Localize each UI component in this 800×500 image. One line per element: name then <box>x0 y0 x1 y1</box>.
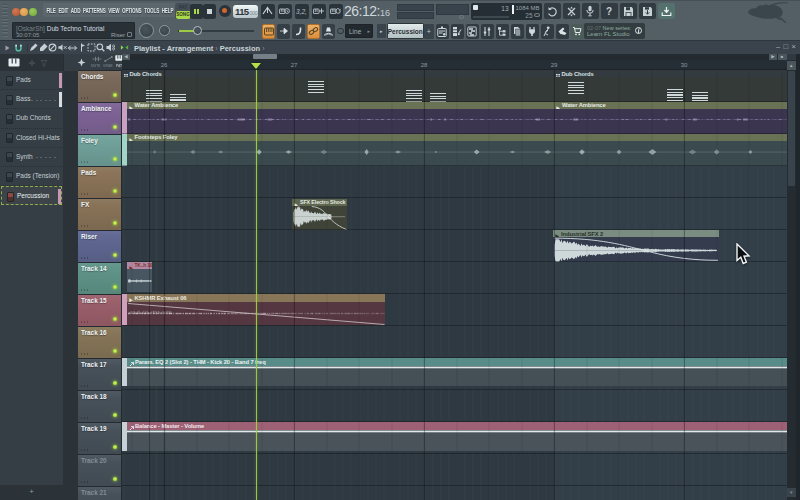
mute-tool[interactable] <box>58 42 67 53</box>
maximize-button[interactable]: □ <box>784 42 789 51</box>
audio-clip-sfx-electro-shock[interactable]: SFX Electro Shock <box>292 199 347 230</box>
track-enable-led[interactable] <box>113 477 117 481</box>
typing-keyboard-button[interactable] <box>262 24 275 39</box>
playhead-marker[interactable] <box>251 63 261 69</box>
picker-plus-ghost-icon[interactable] <box>28 59 36 67</box>
track-header-riser[interactable]: Riser <box>78 231 121 262</box>
window-grip[interactable] <box>2 4 8 38</box>
save-new-version-button[interactable] <box>639 3 656 19</box>
breadcrumb-child[interactable]: Percussion <box>220 44 260 53</box>
menu-file[interactable]: FILE <box>45 7 57 14</box>
track-header-track-18[interactable]: Track 18 <box>78 391 121 422</box>
pattern-selector[interactable]: Percussion : <box>387 23 425 39</box>
automation-filter-icon[interactable] <box>104 56 113 62</box>
add-track-button[interactable] <box>77 58 86 67</box>
menu-help[interactable]: HELP <box>160 7 174 14</box>
wait-for-input-button[interactable] <box>278 4 292 19</box>
touch-controller-button[interactable] <box>322 24 335 39</box>
multicore-button[interactable] <box>29 8 37 16</box>
pattern-add-button[interactable]: + <box>424 24 434 39</box>
news-panel[interactable]: 02-07 New series: Learn FL Studio <box>584 23 645 39</box>
touch-button[interactable] <box>556 24 569 39</box>
countdown-button[interactable]: 3,2, <box>295 4 309 19</box>
plugin-button[interactable] <box>526 24 539 39</box>
track-enable-led[interactable] <box>113 125 117 129</box>
time-display[interactable]: 26:12: 16 . . . <box>344 3 390 20</box>
delete-tool[interactable] <box>48 42 57 53</box>
step-edit-button[interactable] <box>277 24 290 39</box>
playlist-grid[interactable]: Dub ChordsDub ChordsWater AmbienceWater … <box>122 70 787 500</box>
track-enable-led[interactable] <box>113 221 117 225</box>
playlist-menu-arrow[interactable] <box>3 42 12 53</box>
draw-tool[interactable] <box>29 42 38 53</box>
pat-song-switch[interactable]: PAT SONG <box>175 3 191 19</box>
cpu-memory-panel[interactable]: 13 1084 MB 25 <box>471 3 542 20</box>
export-button[interactable] <box>658 3 675 19</box>
shuffle-slider-thumb[interactable] <box>193 26 202 35</box>
pattern-prev-button[interactable]: ▸ <box>377 24 387 38</box>
main-volume-knob[interactable] <box>139 23 154 38</box>
horizontal-scroll-thumb[interactable] <box>253 54 277 59</box>
panic-button[interactable] <box>12 8 20 16</box>
track-enable-led[interactable] <box>113 381 117 385</box>
pattern-item-pads[interactable]: Pads <box>1 71 62 90</box>
scroll-down-button[interactable]: ▼ <box>787 488 797 497</box>
snap-magnet-icon[interactable] <box>14 42 23 53</box>
track-header-track-19[interactable]: Track 19 <box>78 423 121 454</box>
pattern-clip-dub-chords[interactable]: Dub Chords <box>554 70 787 102</box>
audio-filter-icon[interactable] <box>92 56 102 62</box>
track-header-track-20[interactable]: Track 20 <box>78 455 121 486</box>
menu-edit[interactable]: EDIT <box>57 7 69 14</box>
shop-button[interactable] <box>571 24 584 39</box>
paint-tool[interactable] <box>39 42 48 53</box>
track-header-fx[interactable]: FX <box>78 199 121 230</box>
slip-tool[interactable] <box>68 42 77 53</box>
stop-button[interactable] <box>203 4 216 19</box>
automation-clip-balance-master-volume[interactable]: Balance - Master - Volume <box>122 422 787 451</box>
project-info-panel[interactable]: [OskarSh] Dub Techno Tutorial 30:07:05 R… <box>12 22 135 39</box>
pat-mode-label[interactable]: PAT <box>175 5 191 10</box>
menu-options[interactable]: OPTIONS <box>121 7 143 14</box>
track-header-track-16[interactable]: Track 16 <box>78 327 121 358</box>
mixer-button[interactable] <box>481 24 494 39</box>
track-enable-led[interactable] <box>113 93 117 97</box>
track-header-track-17[interactable]: Track 17 <box>78 359 121 390</box>
automation-clip-param-eq-2-slot-2-thm-kick-20-[interactable]: Param. EQ 2 (Slot 2) - THM - Kick 20 - B… <box>122 358 787 386</box>
track-header-pads[interactable]: Pads <box>78 167 121 198</box>
note-slide-button[interactable] <box>292 24 305 39</box>
browser-button[interactable] <box>496 24 509 39</box>
piano-roll-button[interactable] <box>451 24 464 39</box>
slice-tool[interactable] <box>77 42 86 53</box>
track-enable-led[interactable] <box>113 317 117 321</box>
overdub-button[interactable] <box>312 4 326 19</box>
undo-button[interactable] <box>544 3 561 19</box>
menu-patterns[interactable]: PATTERNS <box>82 7 107 14</box>
microphone-button[interactable] <box>582 3 599 19</box>
track-enable-led[interactable] <box>113 413 117 417</box>
track-enable-led[interactable] <box>113 157 117 161</box>
track-header-foley[interactable]: Foley <box>78 135 121 166</box>
breadcrumb[interactable]: Playlist - Arrangement›Percussion› <box>134 44 266 53</box>
save-button[interactable] <box>620 3 637 19</box>
main-pitch-knob[interactable] <box>159 25 170 36</box>
audio-clip-water-ambience[interactable]: Water Ambience <box>554 102 787 134</box>
record-button[interactable] <box>219 5 232 18</box>
playlist-button[interactable] <box>466 24 479 39</box>
midi-link-button[interactable] <box>307 24 320 39</box>
add-pattern-button[interactable]: + <box>29 487 34 496</box>
track-enable-led[interactable] <box>113 349 117 353</box>
scroll-up-button[interactable]: ▲ <box>787 61 797 70</box>
audio-clip-industrial-sfx-2[interactable]: Industrial SFX 2 <box>553 230 719 262</box>
select-tool[interactable] <box>87 42 96 53</box>
pattern-item-bass[interactable]: Bass <box>1 90 62 109</box>
vertical-scroll-thumb[interactable] <box>788 71 796 186</box>
audio-clip-footsteps-foley[interactable]: Footsteps Foley <box>122 134 787 166</box>
track-header-ambiance[interactable]: Ambiance <box>78 103 121 134</box>
vertical-scrollbar[interactable]: ▲ ▼ <box>787 60 797 500</box>
menu-tools[interactable]: TOOLS <box>143 7 161 14</box>
pattern-item-synth[interactable]: Synth <box>1 148 62 167</box>
pattern-item-dub-chords[interactable]: Dub Chords <box>1 109 62 128</box>
track-enable-led[interactable] <box>113 445 117 449</box>
picker-filter-ghost-icon[interactable] <box>40 59 48 67</box>
menu-view[interactable]: VIEW <box>107 7 121 14</box>
